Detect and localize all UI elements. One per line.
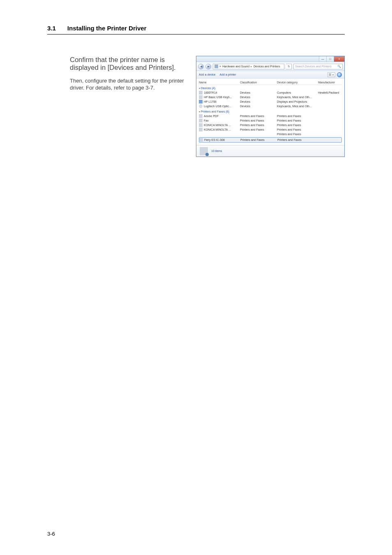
device-icon [199, 119, 203, 122]
devices-and-printers-window: — □ × ◀ ▶ « Hardware and Sound ▸ Devices… [196, 56, 345, 157]
maximize-icon: □ [329, 58, 331, 60]
page-number: 3-6 [47, 531, 55, 537]
item-classification: Printers and Faxes [240, 138, 277, 141]
section-number: 3.1 [47, 25, 56, 32]
list-item[interactable]: KONICA MINOLTA ...Printers and FaxesPrin… [199, 123, 342, 127]
item-name: HP Basic USB Keyb... [204, 96, 232, 99]
status-text: 10 items [211, 150, 222, 152]
printer-icon [199, 138, 203, 142]
close-button[interactable]: × [334, 56, 344, 62]
chevron-right-icon: ▸ [251, 65, 252, 68]
add-printer-link[interactable]: Add a printer [219, 73, 236, 76]
item-category: Printers and Faxes [277, 138, 318, 141]
col-manufacturer[interactable]: Manufacturer [318, 81, 342, 84]
status-bar: 10 items [196, 145, 344, 157]
breadcrumb-seg: « [219, 65, 221, 68]
col-category[interactable]: Device category [277, 81, 318, 84]
navigation-bar: ◀ ▶ « Hardware and Sound ▸ Devices and P… [196, 62, 344, 71]
list-item[interactable]: Printers and Faxes [199, 132, 342, 136]
device-icon [199, 95, 203, 99]
item-category: Printers and Faxes [277, 124, 318, 127]
list-header: Name Classification Device category Manu… [199, 80, 342, 85]
breadcrumb-seg: Hardware and Sound [222, 65, 249, 68]
view-icon: ☷ [329, 73, 331, 76]
device-icon [199, 91, 203, 94]
status-icon [200, 147, 208, 155]
item-name: KONICA MINOLTA ... [204, 124, 231, 127]
command-bar: Add a device Add a printer ☷ ▼ ? [196, 71, 344, 78]
group-devices[interactable]: Devices (4) [199, 85, 342, 90]
item-classification: Printers and Faxes [240, 115, 277, 117]
list-item[interactable]: HP Basic USB Keyb...DevicesKeyboards, Mi… [199, 95, 342, 99]
instruction-paragraph-1: Confirm that the printer name is display… [70, 56, 192, 72]
item-name: Fax [204, 119, 209, 122]
device-list: Name Classification Device category Manu… [196, 78, 344, 145]
item-name: HP L1706 [204, 100, 217, 103]
add-device-link[interactable]: Add a device [199, 73, 215, 76]
item-name: Logitech USB Optic... [204, 105, 231, 108]
item-classification: Devices [240, 105, 277, 108]
device-icon [199, 100, 203, 104]
list-item[interactable]: Adobe PDFPrinters and FaxesPrinters and … [199, 114, 342, 118]
search-placeholder: Search Devices and Printers [295, 65, 332, 68]
item-classification: Printers and Faxes [240, 119, 277, 122]
item-classification: Printers and Faxes [240, 124, 277, 127]
close-icon: × [338, 58, 340, 60]
window-titlebar: — □ × [196, 56, 344, 62]
section-header: 3.1 Installing the Printer Driver [47, 25, 345, 35]
item-manufacturer: Hewlett-Packard [318, 91, 342, 94]
list-item[interactable]: Logitech USB Optic...DevicesKeyboards, M… [199, 104, 342, 108]
control-panel-icon [214, 64, 218, 68]
item-category: Computers [277, 91, 318, 94]
back-button[interactable]: ◀ [198, 64, 204, 69]
search-input[interactable]: Search Devices and Printers 🔍 [293, 64, 343, 69]
list-item[interactable]: 1800TR14DevicesComputersHewlett-Packard [199, 90, 342, 95]
section-title: Installing the Printer Driver [67, 25, 147, 32]
maximize-button[interactable]: □ [326, 56, 334, 62]
change-view-button[interactable]: ☷ ▼ [327, 72, 335, 77]
device-icon [199, 123, 203, 127]
item-category: Keyboards, Mice and Oth... [277, 96, 318, 99]
device-icon [199, 132, 203, 136]
item-category: Displays and Projectors [277, 100, 318, 103]
refresh-icon: ↻ [288, 65, 290, 68]
refresh-button[interactable]: ↻ [286, 64, 292, 69]
list-item[interactable]: FaxPrinters and FaxesPrinters and Faxes [199, 118, 342, 123]
device-icon [199, 128, 203, 131]
breadcrumb-seg: Devices and Printers [254, 65, 280, 68]
device-icon [199, 104, 203, 108]
item-classification: Devices [240, 91, 277, 94]
forward-button[interactable]: ▶ [205, 64, 211, 69]
search-icon: 🔍 [337, 65, 341, 68]
item-category: Printers and Faxes [277, 128, 318, 131]
help-button[interactable]: ? [337, 72, 342, 77]
list-item-selected[interactable]: Fiery ES IC-308 Printers and Faxes Print… [199, 137, 342, 143]
breadcrumb[interactable]: « Hardware and Sound ▸ Devices and Print… [213, 64, 284, 69]
col-classification[interactable]: Classification [240, 81, 277, 84]
item-name: Fiery ES IC-308 [204, 138, 225, 141]
item-category: Keyboards, Mice and Oth... [277, 105, 318, 108]
chevron-down-icon: ▼ [332, 74, 334, 76]
item-name: Adobe PDF [204, 115, 219, 117]
list-item[interactable]: HP L1706DevicesDisplays and Projectors [199, 99, 342, 104]
instruction-paragraph-2: Then, configure the default setting for … [70, 78, 192, 92]
item-classification: Printers and Faxes [240, 128, 277, 131]
item-name: KONICA MINOLTA ... [204, 128, 231, 131]
item-category: Printers and Faxes [277, 133, 318, 136]
minimize-icon: — [321, 58, 324, 60]
group-printers[interactable]: Printers and Faxes (6) [199, 108, 342, 114]
item-classification: Devices [240, 100, 277, 103]
device-icon [199, 114, 203, 118]
item-classification: Devices [240, 96, 277, 99]
list-item[interactable]: KONICA MINOLTA ...Printers and FaxesPrin… [199, 127, 342, 132]
item-name: 1800TR14 [204, 91, 217, 94]
item-category: Printers and Faxes [277, 115, 318, 117]
minimize-button[interactable]: — [319, 56, 326, 62]
col-name[interactable]: Name [199, 81, 240, 84]
item-category: Printers and Faxes [277, 119, 318, 122]
